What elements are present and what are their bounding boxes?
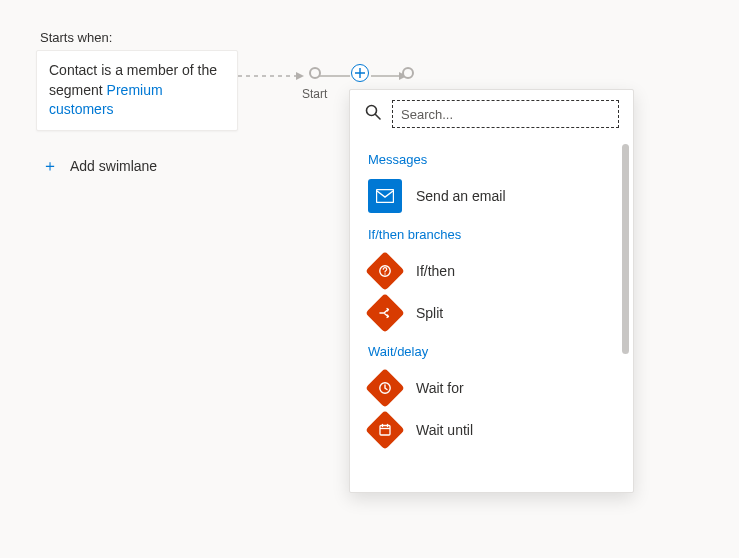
action-send-email[interactable]: Send an email	[350, 175, 633, 217]
action-label: Wait for	[416, 380, 464, 396]
action-if-then[interactable]: If/then	[350, 250, 633, 292]
mail-icon	[368, 179, 402, 213]
add-step-button[interactable]	[351, 64, 369, 82]
action-split[interactable]: Split	[350, 292, 633, 334]
action-label: Send an email	[416, 188, 506, 204]
scrollbar[interactable]	[622, 144, 629, 354]
start-node[interactable]: Start	[302, 67, 327, 101]
add-swimlane-label: Add swimlane	[70, 158, 157, 174]
calendar-icon	[365, 410, 405, 450]
action-label: Wait until	[416, 422, 473, 438]
action-picker-popup: Messages Send an email If/then branches …	[349, 89, 634, 493]
svg-rect-7	[377, 190, 394, 203]
section-wait-label: Wait/delay	[350, 334, 633, 367]
plus-icon: ＋	[42, 158, 58, 174]
svg-line-6	[376, 115, 381, 120]
question-icon	[365, 251, 405, 291]
split-icon	[365, 293, 405, 333]
start-node-label: Start	[302, 87, 327, 101]
section-branches-label: If/then branches	[350, 217, 633, 250]
entry-audience-card[interactable]: Contact is a member of the segment Premi…	[36, 50, 238, 131]
action-label: Split	[416, 305, 443, 321]
search-input[interactable]	[392, 100, 619, 128]
journey-canvas: Starts when: Contact is a member of the …	[0, 0, 739, 558]
search-row	[350, 90, 633, 136]
action-label: If/then	[416, 263, 455, 279]
action-wait-until[interactable]: Wait until	[350, 409, 633, 451]
clock-icon	[365, 368, 405, 408]
start-node-circle	[309, 67, 321, 79]
add-swimlane-button[interactable]: ＋ Add swimlane	[42, 158, 157, 174]
action-list: Messages Send an email If/then branches …	[350, 136, 633, 492]
search-icon	[364, 103, 382, 125]
end-node[interactable]	[402, 67, 414, 79]
plus-icon	[355, 68, 365, 78]
starts-when-label: Starts when:	[40, 30, 112, 45]
action-wait-for[interactable]: Wait for	[350, 367, 633, 409]
section-messages-label: Messages	[350, 142, 633, 175]
svg-point-9	[384, 273, 385, 274]
svg-rect-11	[380, 426, 390, 436]
